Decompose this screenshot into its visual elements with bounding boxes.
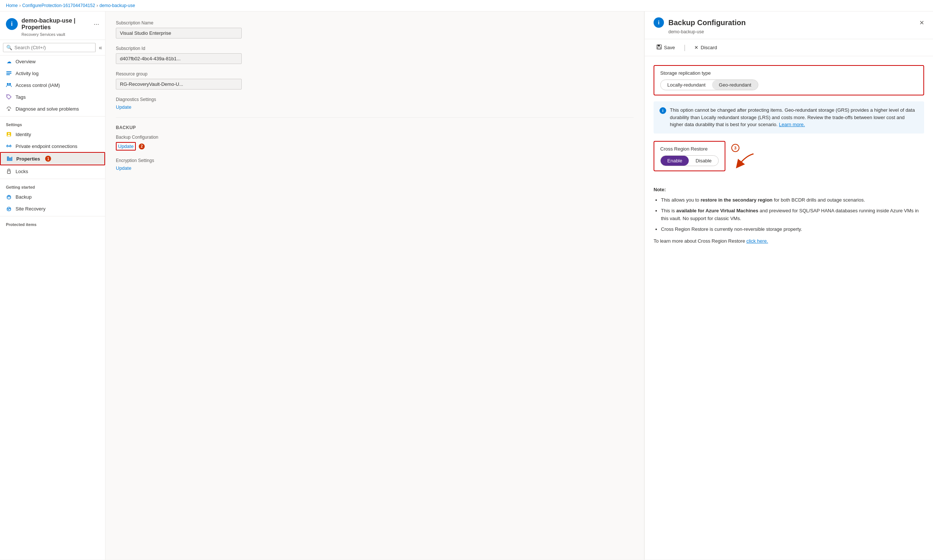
search-input[interactable] (14, 45, 92, 50)
toolbar-separator: | (684, 44, 686, 51)
sidebar-item-locks[interactable]: Locks (0, 165, 105, 177)
breadcrumb-configure[interactable]: ConfigureProtection-1617044704152 (22, 3, 95, 8)
crr-enable-button[interactable]: Enable (661, 156, 689, 166)
replication-info-text: This option cannot be changed after prot… (670, 106, 918, 128)
note-bullet-1: This allows you to restore in the second… (661, 196, 924, 204)
svg-point-7 (8, 133, 9, 134)
private-endpoint-icon (6, 143, 12, 149)
overview-icon: ☁ (6, 58, 12, 65)
sidebar-item-private-endpoint-label: Private endpoint connections (15, 143, 77, 149)
backup-icon (6, 194, 12, 200)
sidebar-item-overview[interactable]: ☁ Overview (0, 55, 105, 67)
sidebar-item-diagnose[interactable]: Diagnose and solve problems (0, 103, 105, 115)
panel-title-icon: i (654, 17, 664, 28)
sidebar-item-tags[interactable]: Tags (0, 91, 105, 103)
storage-replication-box: Storage replication type Locally-redunda… (654, 65, 924, 95)
note-bullets-list: This allows you to restore in the second… (654, 196, 924, 233)
svg-rect-1 (6, 73, 11, 74)
svg-rect-10 (7, 157, 8, 161)
resource-group-value: RG-RecoveryVault-Demo-U... (116, 79, 242, 89)
getting-started-section-title: Getting started (0, 180, 105, 191)
svg-rect-19 (658, 45, 660, 46)
save-button[interactable]: Save (654, 43, 678, 52)
locally-redundant-button[interactable]: Locally-redundant (661, 80, 712, 90)
properties-content: Subscription Name Visual Studio Enterpri… (105, 11, 644, 560)
breadcrumb: Home › ConfigureProtection-1617044704152… (0, 0, 933, 11)
sidebar-item-backup-label: Backup (15, 194, 31, 200)
panel-body: Storage replication type Locally-redunda… (645, 56, 933, 254)
sidebar-item-activity-log[interactable]: Activity log (0, 67, 105, 79)
breadcrumb-vault[interactable]: demo-backup-use (100, 3, 135, 8)
more-options-icon[interactable]: ··· (94, 20, 99, 28)
diagnose-icon (6, 106, 12, 112)
crr-box-wrapper: Cross Region Restore Enable Disable (654, 141, 725, 178)
crr-title: Cross Region Restore (660, 146, 719, 152)
svg-rect-2 (6, 74, 10, 75)
svg-rect-13 (10, 158, 11, 161)
settings-section-title: Settings (0, 118, 105, 128)
svg-point-5 (8, 95, 8, 96)
sidebar-item-site-recovery[interactable]: Site Recovery (0, 203, 105, 215)
sidebar-item-diagnose-label: Diagnose and solve problems (15, 106, 79, 112)
panel-subtitle: demo-backup-use (668, 29, 924, 34)
note-section: Note: This allows you to restore in the … (654, 186, 924, 246)
backup-section-title: BACKUP (116, 125, 634, 130)
svg-point-16 (7, 197, 11, 199)
storage-replication-title: Storage replication type (660, 70, 918, 76)
resource-group-label: Resource group (116, 71, 634, 77)
close-button[interactable]: ✕ (919, 19, 924, 26)
svg-rect-15 (8, 171, 10, 174)
save-label: Save (664, 45, 675, 50)
svg-rect-11 (8, 157, 9, 161)
sidebar-item-overview-label: Overview (15, 59, 35, 65)
crr-disable-button[interactable]: Disable (689, 156, 718, 166)
svg-rect-12 (9, 158, 10, 161)
info-icon: i (660, 107, 666, 114)
svg-point-8 (7, 145, 8, 147)
breadcrumb-sep2: › (97, 3, 98, 8)
sidebar-item-activity-log-label: Activity log (15, 71, 39, 76)
sidebar-title: demo-backup-use | Properties (22, 17, 90, 31)
subscription-id-label: Subscription Id (116, 46, 634, 51)
svg-rect-14 (11, 157, 12, 161)
sidebar-item-properties[interactable]: Properties 1 (0, 152, 105, 165)
activity-log-icon (6, 70, 12, 76)
encryption-update-link[interactable]: Update (116, 165, 131, 171)
geo-redundant-button[interactable]: Geo-redundant (712, 80, 757, 90)
site-recovery-icon (6, 206, 12, 212)
replication-info-box: i This option cannot be changed after pr… (654, 102, 924, 134)
crr-toggle-group: Enable Disable (660, 155, 719, 166)
backup-config-update-link[interactable]: Update (118, 143, 134, 149)
discard-label: Discard (700, 45, 717, 50)
sidebar-item-tags-label: Tags (15, 94, 26, 100)
sidebar-item-identity-label: Identity (15, 132, 31, 137)
learn-more-link[interactable]: Learn more. (779, 122, 805, 127)
note-title: Note: (654, 186, 924, 194)
note-bullet-2: This is available for Azure Virtual Mach… (661, 207, 924, 223)
discard-icon: ✕ (694, 45, 699, 50)
vault-icon: i (6, 18, 18, 30)
backup-config-update-box: Update (116, 142, 136, 151)
svg-point-3 (7, 83, 9, 85)
discard-button[interactable]: ✕ Discard (691, 43, 720, 52)
click-here-link[interactable]: click here. (746, 238, 768, 244)
sidebar-item-identity[interactable]: Identity (0, 128, 105, 140)
sidebar-item-backup[interactable]: Backup (0, 191, 105, 203)
svg-rect-0 (6, 71, 11, 72)
subscription-name-label: Subscription Name (116, 20, 634, 26)
sidebar-item-access-control[interactable]: Access control (IAM) (0, 79, 105, 91)
sidebar-item-locks-label: Locks (15, 169, 28, 174)
svg-rect-20 (658, 47, 661, 49)
sidebar-header: i demo-backup-use | Properties ··· Recov… (0, 11, 105, 40)
breadcrumb-home[interactable]: Home (6, 3, 18, 8)
locks-icon (6, 168, 12, 174)
sidebar-subtitle: Recovery Services vault (22, 32, 99, 37)
save-icon (657, 45, 662, 51)
diagnostics-update-link[interactable]: Update (116, 104, 131, 110)
diagnostics-label: Diagnostics Settings (116, 97, 634, 102)
sidebar-item-private-endpoint[interactable]: Private endpoint connections (0, 140, 105, 152)
tags-icon (6, 94, 12, 100)
sidebar-item-properties-label: Properties (16, 156, 40, 162)
encryption-label: Encryption Settings (116, 158, 634, 163)
collapse-button[interactable]: « (96, 43, 105, 52)
